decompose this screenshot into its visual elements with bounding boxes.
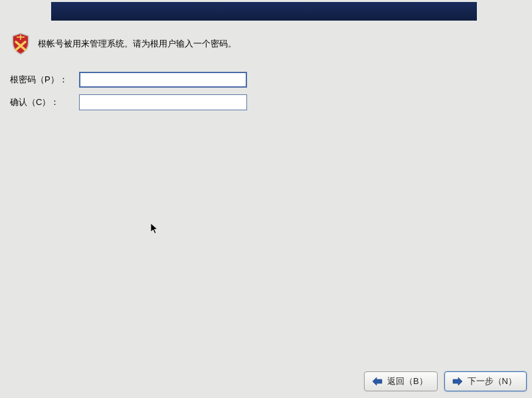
next-button[interactable]: 下一步（N） [444,371,527,391]
password-label: 根密码（P）： [10,74,79,86]
password-row: 根密码（P）： [10,72,522,88]
next-button-label: 下一步（N） [468,375,517,387]
confirm-row: 确认（C）： [10,94,522,110]
arrow-right-icon [452,377,464,386]
title-bar [51,2,477,21]
button-bar: 返回（B） 下一步（N） [364,371,527,391]
intro-row: 根帐号被用来管理系统。请为根用户输入一个密码。 [10,32,522,56]
root-password-input[interactable] [79,72,247,88]
back-button-label: 返回（B） [387,375,428,387]
arrow-left-icon [371,377,383,386]
intro-text: 根帐号被用来管理系统。请为根用户输入一个密码。 [38,37,236,50]
confirm-password-input[interactable] [79,94,247,110]
shield-icon [10,32,31,56]
back-button[interactable]: 返回（B） [364,371,438,391]
confirm-label: 确认（C）： [10,96,79,108]
content-area: 根帐号被用来管理系统。请为根用户输入一个密码。 根密码（P）： 确认（C）： [10,32,522,117]
cursor-icon [150,223,159,235]
svg-rect-1 [20,35,21,40]
